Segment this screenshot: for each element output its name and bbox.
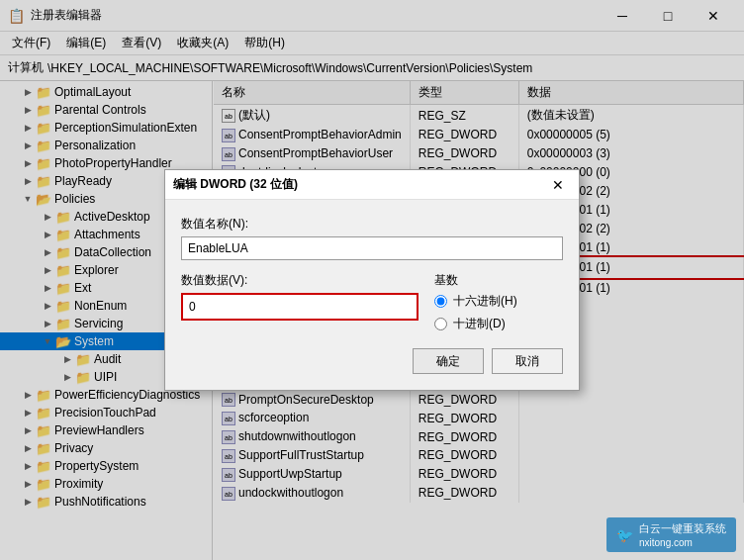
dialog-title-bar: 编辑 DWORD (32 位值) ✕ bbox=[165, 170, 579, 200]
dialog-row: 数值数据(V): 基数 十六进制(H) 十进制(D) bbox=[181, 272, 563, 332]
cancel-button[interactable]: 取消 bbox=[492, 348, 563, 374]
dialog-close-button[interactable]: ✕ bbox=[545, 172, 571, 198]
radio-dec[interactable] bbox=[434, 318, 447, 330]
dialog-body: 数值名称(N): 数值数据(V): 基数 十六进制(H) bbox=[165, 200, 579, 390]
watermark-bird-icon: 🐦 bbox=[616, 527, 633, 543]
radio-dec-label[interactable]: 十进制(D) bbox=[434, 316, 563, 332]
dialog-title: 编辑 DWORD (32 位值) bbox=[173, 176, 545, 193]
value-data-label: 数值数据(V): bbox=[181, 272, 418, 289]
value-data-input[interactable] bbox=[181, 293, 418, 321]
dialog-right: 基数 十六进制(H) 十进制(D) bbox=[434, 272, 563, 332]
dialog-overlay: 编辑 DWORD (32 位值) ✕ 数值名称(N): 数值数据(V): 基数 … bbox=[0, 0, 744, 560]
watermark: 🐦 白云一键重装系统 nxitong.com bbox=[606, 517, 736, 552]
edit-dword-dialog: 编辑 DWORD (32 位值) ✕ 数值名称(N): 数值数据(V): 基数 … bbox=[164, 169, 580, 391]
radio-hex[interactable] bbox=[434, 295, 447, 308]
dialog-left: 数值数据(V): bbox=[181, 272, 418, 321]
radio-hex-label[interactable]: 十六进制(H) bbox=[434, 293, 563, 310]
base-label: 基数 bbox=[434, 272, 563, 289]
value-name-label: 数值名称(N): bbox=[181, 216, 563, 233]
value-name-input[interactable] bbox=[181, 236, 563, 260]
watermark-text: 白云一键重装系统 nxitong.com bbox=[639, 521, 726, 548]
radio-group: 十六进制(H) 十进制(D) bbox=[434, 293, 563, 332]
radio-dec-text: 十进制(D) bbox=[453, 316, 506, 332]
dialog-buttons: 确定 取消 bbox=[181, 348, 563, 374]
radio-hex-text: 十六进制(H) bbox=[453, 293, 517, 310]
ok-button[interactable]: 确定 bbox=[413, 348, 484, 374]
